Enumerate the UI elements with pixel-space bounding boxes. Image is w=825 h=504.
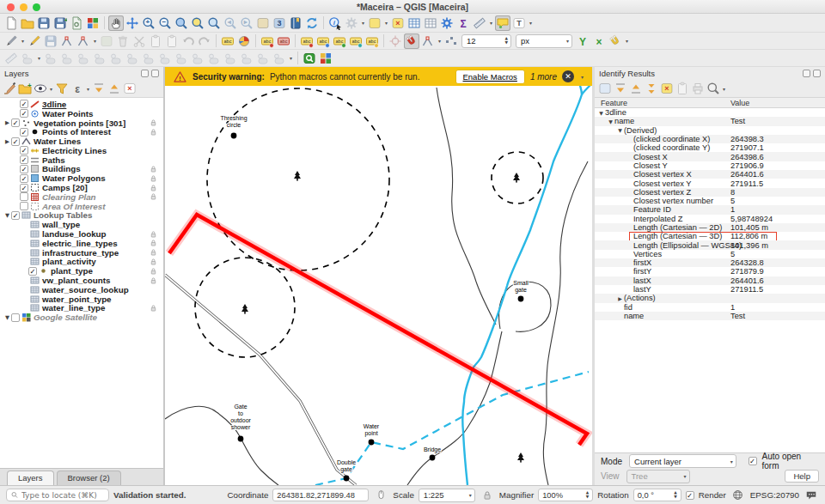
dismiss-banner-button[interactable]: ✕ <box>562 70 574 82</box>
collapse-tree-icon[interactable] <box>628 81 644 96</box>
manage-map-themes-dropdown[interactable]: ▾ <box>48 86 54 92</box>
identify-row-clicked-coordinate-x[interactable]: (clicked coordinate X)264398.3 <box>595 135 825 143</box>
layer-visibility-checkbox[interactable]: ✓ <box>20 146 28 155</box>
layer-visibility-checkbox[interactable]: ✓ <box>20 100 28 108</box>
topological-editing-icon[interactable]: Y <box>575 33 590 49</box>
pan-to-selection-icon[interactable] <box>125 15 140 31</box>
coordinate-input[interactable]: 264381.82,271899.48 <box>272 489 369 501</box>
layer-item-electricity-lines[interactable]: ✓Electricity Lines <box>0 146 163 155</box>
vertex-tool-icon[interactable] <box>76 33 91 49</box>
layer-visibility-checkbox[interactable]: ✓ <box>11 211 20 220</box>
expand-arrow[interactable]: ▶ <box>616 295 624 301</box>
zoom-full-extent-icon[interactable] <box>174 15 189 31</box>
snapping-units[interactable]: px▾ <box>516 34 572 48</box>
identify-features-icon[interactable]: i <box>327 15 343 31</box>
identify-row-lasty[interactable]: lastY271911.5 <box>595 285 825 294</box>
layer-item-3dline[interactable]: ✓3dline <box>0 100 163 109</box>
zoom-window-button[interactable] <box>33 3 40 11</box>
coordinate-extent-toggle-icon[interactable] <box>373 489 388 501</box>
vertex-tool-dropdown[interactable]: ▾ <box>92 38 98 44</box>
epsg-label[interactable]: EPSG:20790 <box>750 490 799 500</box>
identify-row-derived[interactable]: ▼(Derived) <box>595 126 825 135</box>
identify-row-lastx[interactable]: lastX264401.6 <box>595 276 825 285</box>
dock-tab-browser-2[interactable]: Browser (2) <box>57 471 121 485</box>
close-window-button[interactable] <box>7 3 15 11</box>
layer-item-water-lines[interactable]: ▶✓Water Lines <box>0 137 163 146</box>
layer-item-clearing-plan[interactable]: Clearing Plan <box>0 192 163 202</box>
layer-visibility-checkbox[interactable]: ✓ <box>20 174 28 183</box>
layer-item-wall-type[interactable]: wall_type <box>0 220 163 229</box>
identify-row-length-cartesian-2d[interactable]: Length (Cartesian — 2D)101,405 m <box>595 223 825 232</box>
identify-settings-icon[interactable] <box>706 81 721 96</box>
layer-item-plant-type[interactable]: ✓plant_type <box>0 266 163 276</box>
manage-map-themes-icon[interactable] <box>33 81 48 96</box>
layer-item-water-polygons[interactable]: ✓Water Polygons <box>0 173 163 183</box>
measure-icon[interactable] <box>472 15 487 31</box>
more-messages-label[interactable]: 1 more <box>530 72 557 82</box>
close-panel-button[interactable] <box>813 70 821 77</box>
identify-row-closest-vertex-number[interactable]: Closest vertex number5 <box>595 197 825 205</box>
identify-row-closest-vertex-y[interactable]: Closest vertex Y271911.5 <box>595 179 825 187</box>
move-feature-dropdown[interactable]: ▾ <box>36 55 42 61</box>
processing-toolbox-icon[interactable] <box>439 15 455 31</box>
expand-arrow[interactable]: ▼ <box>3 314 11 321</box>
refresh-map-icon[interactable] <box>304 15 320 31</box>
project-new-icon[interactable] <box>3 15 19 31</box>
trim-extend-dropdown[interactable]: ▾ <box>288 55 294 61</box>
layer-visibility-checkbox[interactable]: ✓ <box>11 137 20 146</box>
identify-row-feature-id[interactable]: Feature ID1 <box>595 205 825 214</box>
identify-mode-icon[interactable] <box>597 81 613 96</box>
layer-visibility-checkbox[interactable]: ✓ <box>20 109 28 118</box>
layer-visibility-checkbox[interactable]: ✓ <box>28 267 37 276</box>
snapping-mode-icon[interactable] <box>420 33 436 49</box>
identify-row-firsty[interactable]: firstY271879.9 <box>595 267 825 276</box>
expand-arrow[interactable]: ▼ <box>597 110 605 116</box>
style-manager-icon[interactable] <box>85 15 101 31</box>
map-tips-icon[interactable] <box>495 15 510 31</box>
toggle-editing-icon[interactable] <box>27 33 42 49</box>
layer-item-water-point-type[interactable]: water_point_type <box>0 295 163 304</box>
enable-macros-button[interactable]: Enable Macros <box>455 70 525 84</box>
locator-input[interactable] <box>21 491 104 500</box>
identify-row-name[interactable]: nameTest <box>595 312 825 320</box>
zoom-in-icon[interactable]: + <box>141 15 156 31</box>
help-button[interactable]: Help <box>785 470 819 483</box>
layer-item-google-satellite[interactable]: ▼Google Satellite <box>0 313 163 322</box>
deselect-features-icon[interactable]: × <box>390 15 406 31</box>
project-save-icon[interactable] <box>36 15 52 31</box>
layer-visibility-checkbox[interactable] <box>11 313 20 322</box>
mode-select[interactable]: Current layer▾ <box>629 454 736 468</box>
identify-row-length-cartesian-3d[interactable]: Length (Cartesian — 3D)112,806 m <box>595 232 825 240</box>
enable-tracing-icon[interactable] <box>608 33 623 49</box>
dock-tab-layers[interactable]: Layers <box>7 471 54 485</box>
identify-row-3dline[interactable]: ▼3dline <box>595 108 825 117</box>
magnifier-spinbox[interactable]: 100%▲▼ <box>538 489 593 501</box>
layer-item-vegetation-points-301[interactable]: ▶✓Vegetation points [301] <box>0 118 163 128</box>
identify-row-closest-vertex-x[interactable]: Closest vertex X264401.6 <box>595 170 825 179</box>
render-checkbox[interactable]: ✓ <box>686 491 694 500</box>
identify-row-name[interactable]: ▼nameTest <box>595 117 825 125</box>
text-annotation-icon[interactable]: T <box>511 15 527 31</box>
layer-item-vw-plant-counts[interactable]: vw_plant_counts <box>0 276 163 285</box>
filter-by-expression-dropdown[interactable]: ▾ <box>85 86 91 92</box>
project-properties-icon[interactable] <box>69 15 84 31</box>
identify-row-length-ellipsoidal-wgs84[interactable]: Length (Ellipsoidal — WGS84)101,396 m <box>595 240 825 249</box>
digitize-with-curve-icon[interactable] <box>59 33 75 49</box>
identify-row-vertices[interactable]: Vertices5 <box>595 250 825 258</box>
zoom-out-icon[interactable]: − <box>157 15 173 31</box>
layer-item-buildings[interactable]: ✓Buildings <box>0 165 163 174</box>
view-select[interactable]: Tree▾ <box>626 470 690 483</box>
expand-arrow[interactable]: ▼ <box>616 127 624 133</box>
processing-search-icon[interactable] <box>302 51 317 66</box>
locator-search[interactable] <box>6 489 109 501</box>
show-hide-labels-icon[interactable]: abc <box>315 33 331 49</box>
expand-arrow[interactable]: ▶ <box>3 119 11 126</box>
layer-visibility-checkbox[interactable]: ✓ <box>20 165 28 173</box>
map-canvas[interactable]: Threshingcircle Smallgate Gatetooutdoors… <box>165 67 592 485</box>
minimize-window-button[interactable] <box>20 3 28 11</box>
statistical-summary-icon[interactable]: Σ <box>455 15 471 31</box>
current-edits-icon[interactable] <box>3 33 19 49</box>
layer-visibility-checkbox[interactable]: ✓ <box>20 155 28 164</box>
save-project-as-icon[interactable]: + <box>52 15 68 31</box>
close-panel-button[interactable] <box>151 70 159 77</box>
